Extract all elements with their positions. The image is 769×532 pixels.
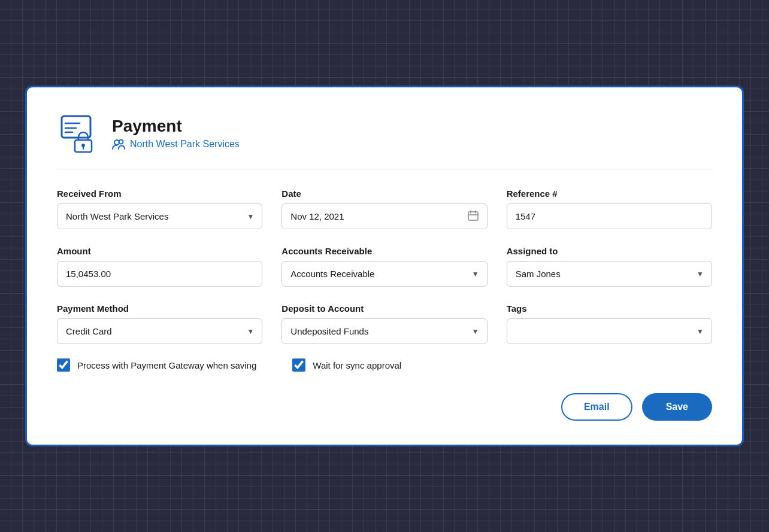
- header-subtitle: North West Park Services: [112, 139, 240, 150]
- tags-label: Tags: [507, 303, 712, 314]
- received-from-label: Received From: [57, 189, 262, 199]
- deposit-group: Deposit to Account Undeposited Funds ▼: [281, 303, 487, 344]
- payment-modal: Payment North West Park Services Receive…: [25, 86, 744, 446]
- reference-label: Reference #: [507, 189, 712, 199]
- received-from-group: Received From North West Park Services ▼: [57, 189, 262, 229]
- save-button[interactable]: Save: [642, 393, 712, 421]
- tags-select[interactable]: [507, 318, 712, 344]
- amount-input[interactable]: [57, 261, 262, 287]
- tags-select-wrapper: ▼: [507, 318, 712, 344]
- company-name: North West Park Services: [130, 139, 240, 150]
- amount-label: Amount: [57, 246, 262, 256]
- tags-group: Tags ▼: [507, 303, 712, 344]
- assigned-to-select-wrapper: Sam Jones ▼: [507, 261, 712, 287]
- payment-gateway-label: Process with Payment Gateway when saving: [77, 360, 256, 370]
- payment-gateway-checkbox[interactable]: [57, 358, 70, 372]
- users-icon: [112, 139, 125, 150]
- sync-approval-label: Wait for sync approval: [313, 360, 401, 370]
- page-title: Payment: [112, 116, 240, 136]
- payment-method-group: Payment Method Credit Card ▼: [57, 303, 262, 344]
- received-from-select[interactable]: North West Park Services: [57, 203, 262, 229]
- assigned-to-group: Assigned to Sam Jones ▼: [507, 246, 712, 287]
- modal-header: Payment North West Park Services: [57, 111, 712, 154]
- assigned-to-label: Assigned to: [507, 246, 712, 256]
- payment-icon: [57, 111, 100, 154]
- reference-group: Reference #: [507, 189, 712, 229]
- reference-input[interactable]: [507, 203, 712, 229]
- email-button[interactable]: Email: [561, 393, 632, 421]
- checkboxes-row: Process with Payment Gateway when saving…: [57, 358, 712, 372]
- date-label: Date: [281, 189, 487, 199]
- date-group: Date: [281, 189, 487, 229]
- accounts-receivable-select[interactable]: Accounts Receivable: [281, 261, 487, 287]
- svg-rect-0: [62, 116, 90, 138]
- assigned-to-select[interactable]: Sam Jones: [507, 261, 712, 287]
- received-from-select-wrapper: North West Park Services ▼: [57, 203, 262, 229]
- accounts-receivable-select-wrapper: Accounts Receivable ▼: [281, 261, 487, 287]
- deposit-label: Deposit to Account: [281, 303, 487, 314]
- sync-approval-group: Wait for sync approval: [292, 358, 401, 372]
- deposit-select[interactable]: Undeposited Funds: [281, 318, 487, 344]
- sync-approval-checkbox[interactable]: [292, 358, 305, 372]
- payment-gateway-group: Process with Payment Gateway when saving: [57, 358, 256, 372]
- payment-method-select-wrapper: Credit Card ▼: [57, 318, 262, 344]
- actions-row: Email Save: [57, 393, 712, 421]
- amount-group: Amount: [57, 246, 262, 287]
- date-input[interactable]: [281, 203, 487, 229]
- deposit-select-wrapper: Undeposited Funds ▼: [281, 318, 487, 344]
- payment-method-select[interactable]: Credit Card: [57, 318, 262, 344]
- header-divider: [57, 169, 712, 169]
- form-grid: Received From North West Park Services ▼…: [57, 189, 712, 344]
- payment-method-label: Payment Method: [57, 303, 262, 314]
- header-text-block: Payment North West Park Services: [112, 116, 240, 150]
- date-input-wrapper: [281, 203, 487, 229]
- accounts-receivable-label: Accounts Receivable: [281, 246, 487, 256]
- accounts-receivable-group: Accounts Receivable Accounts Receivable …: [281, 246, 487, 287]
